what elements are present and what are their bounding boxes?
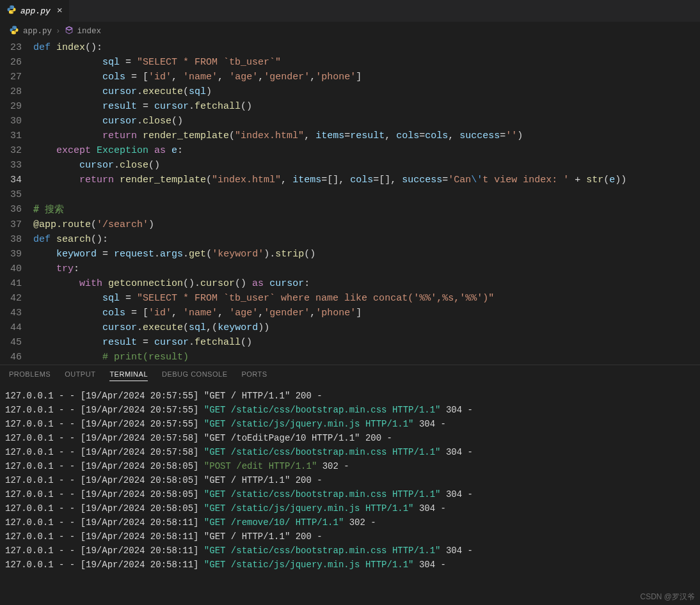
terminal-line: 127.0.0.1 - - [19/Apr/2024 20:58:11] "GE… <box>5 530 695 544</box>
code-content[interactable]: except Exception as e: <box>33 143 700 158</box>
code-line[interactable]: 38def search(): <box>0 232 700 247</box>
code-content[interactable]: keyword = request.args.get('keyword').st… <box>33 247 700 262</box>
code-content[interactable]: cols = ['id', 'name', 'age','gender','ph… <box>33 70 700 84</box>
line-number: 40 <box>0 262 33 276</box>
line-number: 30 <box>0 114 33 129</box>
code-line[interactable]: 36# 搜索 <box>0 202 700 217</box>
code-content[interactable]: cols = ['id', 'name', 'age','gender','ph… <box>33 306 700 320</box>
tab-app-py[interactable]: app.py × <box>0 0 70 22</box>
code-content[interactable]: return render_template("index.html", ite… <box>33 129 700 143</box>
code-line[interactable]: 44 cursor.execute(sql,(keyword)) <box>0 320 700 335</box>
terminal-line: 127.0.0.1 - - [19/Apr/2024 20:57:55] "GE… <box>5 417 695 431</box>
terminal-line: 127.0.0.1 - - [19/Apr/2024 20:57:58] "GE… <box>5 445 695 459</box>
terminal-line: 127.0.0.1 - - [19/Apr/2024 20:58:05] "GE… <box>5 473 695 487</box>
line-number: 23 <box>0 40 33 55</box>
line-number: 33 <box>0 158 33 173</box>
line-number: 45 <box>0 335 33 350</box>
code-line[interactable]: 31 return render_template("index.html", … <box>0 129 700 143</box>
code-content[interactable]: cursor.close() <box>33 114 700 129</box>
line-number: 31 <box>0 129 33 143</box>
breadcrumb: app.py › index <box>0 22 700 40</box>
line-number: 43 <box>0 306 33 320</box>
tabs-bar: app.py × <box>0 0 700 22</box>
code-line[interactable]: 27 cols = ['id', 'name', 'age','gender',… <box>0 70 700 84</box>
code-line[interactable]: 35 <box>0 187 700 202</box>
code-line[interactable]: 33 cursor.close() <box>0 158 700 173</box>
code-line[interactable]: 41 with getconnection().cursor() as curs… <box>0 276 700 291</box>
code-line[interactable]: 46 # print(result) <box>0 350 700 365</box>
tab-terminal[interactable]: TERMINAL <box>109 370 148 381</box>
line-number: 37 <box>0 217 33 232</box>
terminal-line: 127.0.0.1 - - [19/Apr/2024 20:58:11] "GE… <box>5 558 695 572</box>
code-content[interactable]: def index(): <box>33 40 700 55</box>
tab-label: app.py <box>20 6 51 16</box>
code-line[interactable]: 43 cols = ['id', 'name', 'age','gender',… <box>0 306 700 320</box>
line-number: 44 <box>0 320 33 335</box>
terminal-line: 127.0.0.1 - - [19/Apr/2024 20:58:05] "PO… <box>5 459 695 473</box>
code-content[interactable]: try: <box>33 262 700 276</box>
terminal-line: 127.0.0.1 - - [19/Apr/2024 20:58:11] "GE… <box>5 544 695 558</box>
code-line[interactable]: 30 cursor.close() <box>0 114 700 129</box>
terminal-output[interactable]: 127.0.0.1 - - [19/Apr/2024 20:57:55] "GE… <box>0 385 700 605</box>
terminal-line: 127.0.0.1 - - [19/Apr/2024 20:58:05] "GE… <box>5 501 695 515</box>
terminal-line: 127.0.0.1 - - [19/Apr/2024 20:58:05] "GE… <box>5 487 695 501</box>
code-line[interactable]: 23def index(): <box>0 40 700 55</box>
line-number: 42 <box>0 291 33 306</box>
code-content[interactable]: # print(result) <box>33 350 700 365</box>
code-content[interactable]: result = cursor.fetchall() <box>33 99 700 114</box>
terminal-line: 127.0.0.1 - - [19/Apr/2024 20:57:55] "GE… <box>5 389 695 403</box>
code-line[interactable]: 29 result = cursor.fetchall() <box>0 99 700 114</box>
line-number: 27 <box>0 70 33 84</box>
code-line[interactable]: 42 sql = "SELECT * FROM `tb_user` where … <box>0 291 700 306</box>
breadcrumb-symbol[interactable]: index <box>77 27 102 36</box>
line-number: 29 <box>0 99 33 114</box>
line-number: 34 <box>0 173 33 187</box>
tab-debug-console[interactable]: DEBUG CONSOLE <box>162 370 227 381</box>
code-content[interactable]: # 搜索 <box>33 202 700 217</box>
code-content[interactable]: sql = "SELECT * FROM `tb_user` where nam… <box>33 291 700 306</box>
code-content[interactable]: cursor.execute(sql) <box>33 84 700 99</box>
python-icon <box>6 4 17 17</box>
terminal-line: 127.0.0.1 - - [19/Apr/2024 20:58:11] "GE… <box>5 515 695 530</box>
line-number: 39 <box>0 247 33 262</box>
function-icon <box>65 26 74 37</box>
tab-output[interactable]: OUTPUT <box>65 370 95 381</box>
python-icon <box>9 25 19 38</box>
terminal-line: 127.0.0.1 - - [19/Apr/2024 20:57:58] "GE… <box>5 431 695 445</box>
code-line[interactable]: 32 except Exception as e: <box>0 143 700 158</box>
code-content[interactable] <box>33 187 700 202</box>
code-line[interactable]: 28 cursor.execute(sql) <box>0 84 700 99</box>
code-line[interactable]: 45 result = cursor.fetchall() <box>0 335 700 350</box>
line-number: 26 <box>0 55 33 70</box>
line-number: 32 <box>0 143 33 158</box>
tab-problems[interactable]: PROBLEMS <box>9 370 51 381</box>
line-number: 46 <box>0 350 33 365</box>
code-line[interactable]: 37@app.route('/search') <box>0 217 700 232</box>
panel-tabs: PROBLEMS OUTPUT TERMINAL DEBUG CONSOLE P… <box>0 365 700 385</box>
line-number: 38 <box>0 232 33 247</box>
code-content[interactable]: with getconnection().cursor() as cursor: <box>33 276 700 291</box>
code-content[interactable]: return render_template("index.html", ite… <box>33 173 700 187</box>
close-icon[interactable]: × <box>54 6 63 17</box>
line-number: 35 <box>0 187 33 202</box>
line-number: 36 <box>0 202 33 217</box>
code-line[interactable]: 26 sql = "SELECT * FROM `tb_user`" <box>0 55 700 70</box>
line-number: 41 <box>0 276 33 291</box>
line-number: 28 <box>0 84 33 99</box>
code-line[interactable]: 39 keyword = request.args.get('keyword')… <box>0 247 700 262</box>
code-content[interactable]: sql = "SELECT * FROM `tb_user`" <box>33 55 700 70</box>
code-content[interactable]: cursor.execute(sql,(keyword)) <box>33 320 700 335</box>
watermark: CSDN @罗汉爷 <box>640 592 695 602</box>
code-content[interactable]: @app.route('/search') <box>33 217 700 232</box>
terminal-line: 127.0.0.1 - - [19/Apr/2024 20:57:55] "GE… <box>5 403 695 417</box>
code-editor[interactable]: 23def index():26 sql = "SELECT * FROM `t… <box>0 40 700 365</box>
chevron-right-icon: › <box>56 27 61 36</box>
bottom-panel: PROBLEMS OUTPUT TERMINAL DEBUG CONSOLE P… <box>0 365 700 605</box>
code-line[interactable]: 40 try: <box>0 262 700 276</box>
breadcrumb-file[interactable]: app.py <box>23 27 52 36</box>
code-line[interactable]: 34 return render_template("index.html", … <box>0 173 700 187</box>
code-content[interactable]: def search(): <box>33 232 700 247</box>
code-content[interactable]: cursor.close() <box>33 158 700 173</box>
code-content[interactable]: result = cursor.fetchall() <box>33 335 700 350</box>
tab-ports[interactable]: PORTS <box>241 370 267 381</box>
